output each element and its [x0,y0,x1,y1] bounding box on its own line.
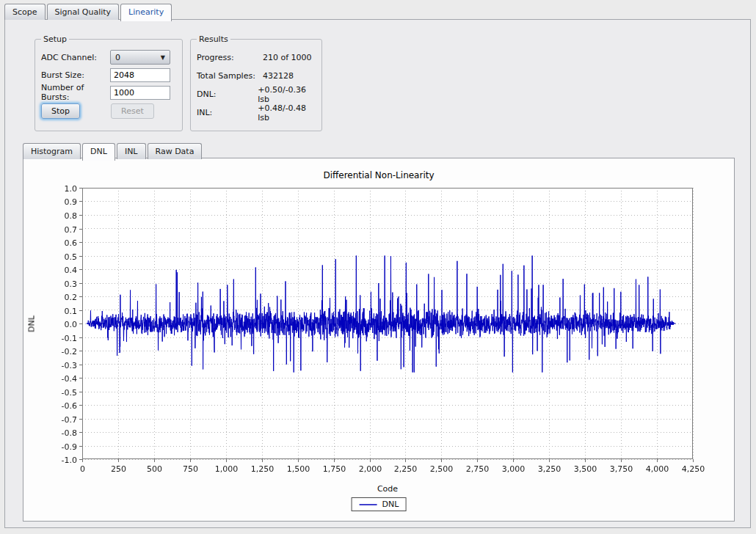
number-of-bursts-row: Number of Bursts: [41,84,176,101]
adc-channel-row: ADC Channel: 0 ▼ [41,48,176,66]
chart-legend: DNL [352,497,407,511]
setup-group: Setup ADC Channel: 0 ▼ Burst Size: Numbe… [34,34,183,131]
tab-scope[interactable]: Scope [4,4,46,20]
tab-histogram[interactable]: Histogram [23,143,81,159]
progress-label: Progress: [197,53,263,62]
tab-raw-data[interactable]: Raw Data [148,143,203,159]
reset-button[interactable]: Reset [111,103,154,119]
results-group-legend: Results [197,34,230,44]
burst-size-input[interactable] [110,68,170,82]
tab-signal-quality[interactable]: Signal Quality [47,4,120,20]
inl-result-row: INL: +0.48/-0.48 lsb [197,103,316,122]
setup-buttons-row: Stop Reset [41,103,176,119]
results-group: Results Progress: 210 of 1000 Total Samp… [190,34,322,131]
chevron-down-icon: ▼ [161,54,165,61]
tab-inl[interactable]: INL [117,143,146,159]
setup-group-legend: Setup [41,34,69,44]
main-tabbar: Scope Signal Quality Linearity [4,4,172,20]
progress-row: Progress: 210 of 1000 [197,48,316,67]
dnl-chart-canvas[interactable] [31,183,728,478]
number-of-bursts-input[interactable] [110,86,170,100]
dnl-chart-panel: Differential Non-Linearity DNL Code DNL [23,158,735,522]
chart-title: Differential Non-Linearity [23,170,734,180]
linearity-panel: Setup ADC Channel: 0 ▼ Burst Size: Numbe… [4,19,751,528]
dnl-result-label: DNL: [197,89,258,99]
number-of-bursts-label: Number of Bursts: [41,83,110,102]
inl-result-label: INL: [197,108,258,117]
stop-button[interactable]: Stop [41,103,80,119]
adc-channel-select[interactable]: 0 ▼ [110,50,170,65]
progress-value: 210 of 1000 [263,53,312,62]
total-samples-value: 432128 [263,71,294,81]
adc-channel-value: 0 [115,53,120,62]
legend-line-icon [359,501,378,508]
legend-series-label: DNL [382,500,399,509]
x-axis-label: Code [82,484,693,494]
y-axis-label: DNL [27,310,37,339]
adc-channel-label: ADC Channel: [41,53,110,62]
dnl-result-value: +0.50/-0.36 lsb [258,85,316,104]
inl-result-value: +0.48/-0.48 lsb [258,103,316,122]
total-samples-row: Total Samples: 432128 [197,67,316,85]
tab-linearity[interactable]: Linearity [120,4,172,21]
dnl-result-row: DNL: +0.50/-0.36 lsb [197,85,316,103]
burst-size-row: Burst Size: [41,66,176,84]
tab-dnl[interactable]: DNL [82,143,115,161]
total-samples-label: Total Samples: [197,71,263,81]
burst-size-label: Burst Size: [41,70,110,80]
chart-tabbar: Histogram DNL INL Raw Data [23,143,202,159]
